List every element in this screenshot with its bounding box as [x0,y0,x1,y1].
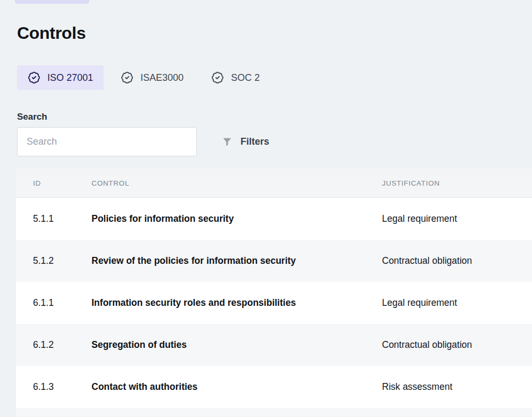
tab-label: ISO 27001 [47,72,93,84]
tab-soc-2[interactable]: SOC 2 [201,65,270,90]
column-header-id: ID [33,179,92,187]
cell-control: Policies for information security [92,213,382,224]
table-row[interactable]: 5.1.2 Review of the policies for informa… [16,240,532,282]
search-row: Filters [17,127,532,156]
cell-justification: Legal requirement [382,297,532,308]
table-row-partial [16,408,532,416]
tab-label: ISAE3000 [140,72,184,84]
tab-isae3000[interactable]: ISAE3000 [110,65,194,90]
column-header-control: CONTROL [92,179,382,187]
cell-justification: Contractual obligation [382,339,532,351]
controls-page: Controls ISO 27001 ISAE3000 SOC 2 Search [0,0,532,416]
filters-label: Filters [240,136,269,147]
table-header: ID CONTROL JUSTIFICATION [16,169,532,198]
tab-iso-27001[interactable]: ISO 27001 [17,65,104,90]
controls-table: ID CONTROL JUSTIFICATION 5.1.1 Policies … [16,169,532,416]
cell-justification: Risk assessment [382,381,532,393]
cell-control: Segregation of duties [92,339,382,351]
cut-off-element-top [15,0,89,4]
cell-id: 5.1.1 [33,213,92,224]
cell-id: 6.1.2 [33,339,92,351]
cell-control: Information security roles and responsib… [92,297,382,308]
cell-id: 5.1.2 [33,255,92,266]
framework-tabs: ISO 27001 ISAE3000 SOC 2 [17,65,532,90]
table-row[interactable]: 6.1.3 Contact with authorities Risk asse… [16,366,532,408]
column-header-justification: JUSTIFICATION [382,179,532,187]
table-row[interactable]: 6.1.1 Information security roles and res… [16,282,532,324]
filter-funnel-icon [221,136,233,148]
badge-check-icon [211,71,224,84]
cell-justification: Legal requirement [382,213,532,224]
table-row[interactable]: 5.1.1 Policies for information security … [16,198,532,240]
cell-justification: Contractual obligation [382,255,532,266]
cell-id: 6.1.1 [33,297,92,308]
badge-check-icon [121,71,134,84]
badge-check-icon [28,71,40,84]
filters-button[interactable]: Filters [221,136,269,148]
page-title: Controls [17,23,532,43]
cell-id: 6.1.3 [33,381,92,393]
cell-control: Contact with authorities [92,381,382,393]
tab-label: SOC 2 [231,72,260,84]
search-label: Search [17,112,532,122]
table-row[interactable]: 6.1.2 Segregation of duties Contractual … [16,324,532,366]
search-input[interactable] [17,127,197,156]
cell-control: Review of the policies for information s… [92,255,382,266]
